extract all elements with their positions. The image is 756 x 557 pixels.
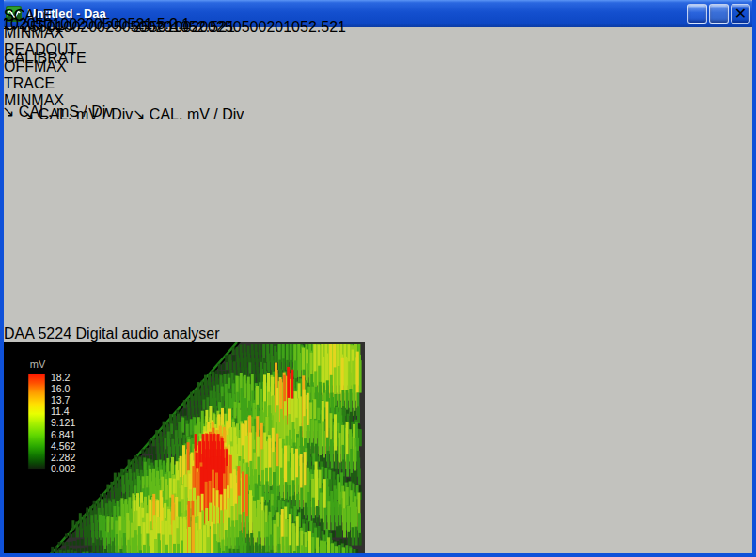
colorbar-value: 9.121 (51, 417, 75, 428)
ms-div-scale-tick: 1 (144, 16, 152, 32)
ch2-volts-div-scale-tick: 2 (329, 19, 338, 35)
ch2-volts-div-unit-label: mV / Div (187, 106, 244, 122)
ms-div-scale-tick: .5 (152, 16, 165, 32)
ch2-volts-div-scale-tick: 5 (300, 19, 308, 35)
colorbar-value: 0.002 (51, 463, 75, 474)
ms-div-group: 102050100200500521.5.2.1 ↘ CAL. mS / Div (2, 16, 143, 157)
app-window: Untitled - Daa ✕ FileViewBandwidthSettin… (0, 0, 756, 557)
ms-div-knob[interactable] (2, 33, 71, 103)
device-name: Digital audio analyser (76, 326, 220, 342)
ms-div-scale-tick: 200 (77, 16, 102, 32)
ch2-volts-div-knob[interactable] (133, 36, 202, 105)
waterfall-screen: 10 Hz100 Hz1 KHz10 KHzmV18.216.013.711.4… (4, 342, 380, 557)
ch2-volts-div-scale-tick: 1 (338, 19, 346, 35)
ch2-volts-div-scale-tick: 20 (266, 19, 283, 35)
ch2-volts-div-cal-label: CAL. (150, 106, 183, 122)
ch2-volts-div-group: 2550100200250500201052.521 ↘ CAL. mV / D… (133, 19, 274, 160)
ch2-volts-div-scale-tick: 500 (242, 19, 267, 35)
colorbar-value: 16.0 (51, 383, 71, 394)
colorbar-value: 4.562 (51, 440, 75, 452)
ms-div-scale-tick: 50 (36, 16, 53, 32)
display-bezel: DAA 5224 Digital audio analyser 10 Hz100… (4, 326, 380, 557)
ch2-volts-div-scale-tick: 250 (216, 19, 242, 35)
colorbar-value: 6.841 (51, 429, 75, 440)
minimize-button[interactable] (687, 4, 707, 24)
ms-div-unit-label: mS / Div (56, 103, 113, 119)
colorbar-value: 2.282 (51, 452, 75, 463)
ms-div-scale-tick: .1 (178, 16, 190, 32)
device-model: DAA 5224 (4, 326, 71, 342)
cal-arrow-icon: ↘ (2, 103, 14, 119)
ch2-volts-div-scale-tick: 2.5 (308, 19, 329, 35)
client-area: SCALE MINMAX READOUT OFFMAX TRACE MINMAX… (4, 17, 752, 557)
ms-div-scale-tick: 20 (19, 16, 36, 32)
close-icon: ✕ (734, 5, 747, 23)
ms-div-cal-label: CAL. (19, 103, 53, 119)
ms-div-scale-tick: 2 (135, 16, 144, 32)
ms-div-scale-tick: 10 (2, 16, 19, 32)
colorbar-value: 13.7 (51, 394, 71, 406)
maximize-button[interactable] (709, 4, 729, 24)
close-button[interactable]: ✕ (731, 4, 750, 24)
ms-div-scale-tick: 100 (52, 16, 77, 32)
ch2-volts-div-scale-tick: 200 (191, 19, 216, 35)
ms-div-scale-tick: 500 (102, 16, 128, 32)
ms-div-scale-tick: .2 (165, 16, 178, 32)
colorbar-unit: mV (30, 358, 46, 370)
ch2-volts-div-scale-tick: 10 (283, 19, 300, 35)
colorbar-value: 18.2 (51, 372, 71, 383)
colorbar-value: 11.4 (51, 406, 70, 417)
